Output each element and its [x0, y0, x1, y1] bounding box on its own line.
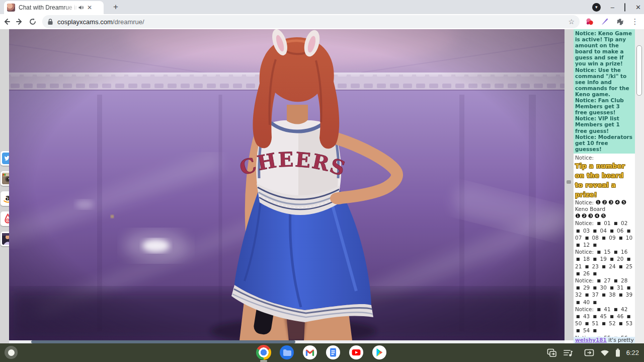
board-square-icon: ■: [619, 236, 623, 240]
docs-app-icon[interactable]: [325, 344, 341, 360]
restore-button[interactable]: [624, 4, 625, 11]
back-button[interactable]: [0, 15, 13, 28]
board-square-icon: ■: [614, 307, 618, 312]
reload-button[interactable]: [26, 15, 39, 28]
keno-circle-line: Notice: ❶❷❸❹❺: [575, 199, 633, 206]
chromeos-shelf: 6:22: [0, 343, 644, 362]
keno-notice-line: Notice: Fan Club Members get 3 free gues…: [575, 97, 633, 115]
webcam-video[interactable]: CHEERS: [9, 29, 565, 340]
browser-menu-button[interactable]: ⋮: [629, 15, 641, 28]
browser-toolbar: cosplayxcams.com/dreamrue/ ☆ ⋮: [0, 14, 644, 29]
board-square-icon: ■: [619, 321, 623, 326]
reload-icon: [29, 18, 37, 26]
clock[interactable]: 6:22: [626, 349, 639, 356]
window-menu-button[interactable]: ▾: [592, 3, 601, 12]
keno-board-line: Notice: ■ 15 ■ 16 ■ 18 ■ 19 ■ 20 ■ 21 ■ …: [575, 249, 633, 277]
keno-circle-lines: Notice: ❶❷❸❹❺Keno Board ❶❷❸❹❺: [575, 199, 633, 220]
tab-strip: Chat with Dreamrue in a Live ✕ + ▾ – ✕: [0, 0, 644, 14]
tab-title: Chat with Dreamrue in a Live: [19, 4, 78, 11]
chat-last-message: welshy181 it's pretty: [574, 337, 635, 343]
gmail-app-icon[interactable]: [302, 344, 318, 360]
restore-icon: [624, 3, 625, 12]
files-app-icon[interactable]: [279, 344, 295, 360]
wifi-icon[interactable]: [600, 349, 609, 356]
board-square-icon: ■: [610, 285, 614, 290]
battery-icon[interactable]: [615, 348, 620, 357]
extension-pen-icon[interactable]: [599, 15, 611, 28]
chat-message-text: it's pretty: [608, 337, 633, 343]
shelf-apps: [256, 344, 387, 360]
screen-mirror-icon[interactable]: [547, 348, 557, 357]
system-tray[interactable]: 6:22: [547, 343, 642, 362]
extension-adblock-icon[interactable]: [584, 15, 596, 28]
video-scene: CHEERS: [9, 29, 565, 340]
board-square-icon: ■: [593, 300, 597, 305]
close-window-button[interactable]: ✕: [635, 4, 641, 11]
circled-numbers: ❶❷❸❹❺: [595, 199, 627, 206]
url-domain: cosplayxcams.com: [57, 18, 113, 26]
launcher-button[interactable]: [5, 346, 18, 359]
chat-messages: Notice: Tip a number on the board to rev…: [574, 154, 635, 343]
keno-notice-line: Notice: Moderators get 10 free guesses!: [575, 134, 633, 152]
page-vertical-scrollbar[interactable]: [565, 29, 574, 340]
chevron-down-icon: ▾: [595, 5, 598, 10]
tab-favicon-icon: [7, 4, 15, 12]
page-content: a: [0, 29, 644, 343]
window-controls: ▾ – ✕: [592, 0, 641, 14]
browser-tab[interactable]: Chat with Dreamrue in a Live ✕: [4, 1, 104, 14]
board-square-icon: ■: [585, 236, 589, 240]
board-square-icon: ■: [602, 264, 606, 269]
extensions-puzzle-icon[interactable]: [614, 15, 626, 28]
scrollbar-grip[interactable]: [567, 180, 571, 184]
forward-button[interactable]: [13, 15, 26, 28]
keno-notice-line: Notice: Keno Game is active! Tip any amo…: [575, 30, 633, 67]
chat-scroll-thumb[interactable]: [636, 45, 642, 96]
minimize-button[interactable]: –: [611, 4, 614, 11]
play-store-app-icon[interactable]: [371, 344, 387, 360]
board-square-icon: ■: [597, 307, 601, 312]
board-square-icon: ■: [593, 328, 597, 333]
keno-notice-line: Notice: Use the command "/ki" to see inf…: [575, 67, 633, 97]
board-square-icon: ■: [576, 243, 580, 247]
chat-scrollbar[interactable]: [635, 29, 644, 343]
board-square-icon: ■: [576, 314, 580, 319]
social-sidebar: [0, 29, 9, 343]
board-square-icon: ■: [593, 229, 597, 233]
chrome-app-icon[interactable]: [256, 344, 272, 360]
board-square-icon: ■: [619, 293, 623, 297]
screen: Chat with Dreamrue in a Live ✕ + ▾ – ✕: [0, 0, 644, 362]
board-square-icon: ■: [576, 271, 580, 276]
board-square-icon: ■: [576, 257, 580, 261]
board-square-icon: ■: [619, 264, 623, 269]
new-tab-button[interactable]: +: [110, 3, 122, 12]
bookmark-star-icon[interactable]: ☆: [568, 18, 575, 26]
board-square-icon: ■: [576, 285, 580, 290]
board-square-icon: ■: [593, 271, 597, 276]
keno-notice-line: Notice: VIP list Members get 1 free gues…: [575, 115, 633, 133]
keno-board-list: Notice: ■ 01 ■ 02 ■ 03 ■ 04 ■ 06 ■ 07 ■ …: [575, 220, 633, 343]
youtube-app-icon[interactable]: [348, 344, 364, 360]
window-icon[interactable]: [584, 349, 594, 356]
board-square-icon: ■: [597, 278, 601, 283]
tab-close-icon[interactable]: ✕: [87, 4, 92, 11]
lock-icon: [47, 18, 53, 25]
chat-panel: Notice: Keno Game is active! Tip any amo…: [574, 29, 635, 343]
omnibox[interactable]: cosplayxcams.com/dreamrue/ ☆: [42, 15, 580, 28]
url-path: /dreamrue/: [113, 18, 144, 26]
keno-circle-line: Keno Board ❶❷❸❹❺: [575, 206, 633, 220]
board-square-icon: ■: [597, 250, 601, 254]
board-square-icon: ■: [610, 314, 614, 319]
media-playlist-icon[interactable]: [563, 349, 573, 357]
board-square-icon: ■: [602, 293, 606, 297]
tab-audio-icon[interactable]: [78, 5, 84, 11]
forward-icon: [16, 18, 24, 26]
gold-tip-message: Tip a number on the board to reveal a pr…: [575, 161, 633, 199]
board-square-icon: ■: [614, 250, 618, 254]
three-dots-icon: ⋮: [631, 17, 639, 26]
chat-username[interactable]: welshy181: [575, 337, 607, 343]
board-square-icon: ■: [593, 285, 597, 290]
back-icon: [3, 18, 11, 26]
launcher-icon: [8, 349, 15, 356]
keno-board-line: Notice: ■ 01 ■ 02 ■ 03 ■ 04 ■ 06 ■ 07 ■ …: [575, 220, 633, 249]
keno-board-line: Notice: ■ 41 ■ 42 ■ 43 ■ 45 ■ 46 ■ 50 ■ …: [575, 306, 633, 335]
